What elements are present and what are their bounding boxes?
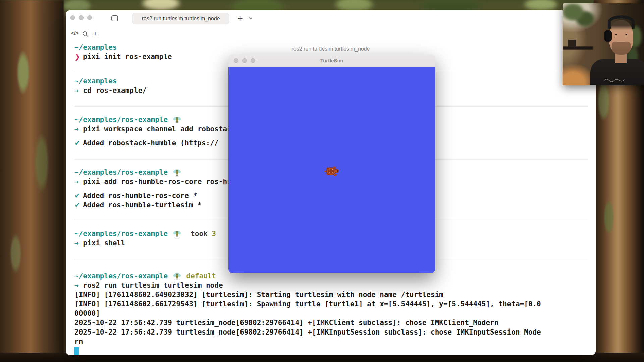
plant-decor <box>563 3 597 32</box>
seg-out <box>182 271 186 281</box>
seg-path: ~/examples/ros-example <box>74 271 172 281</box>
fly-emoji <box>173 230 181 237</box>
turtlesim-canvas <box>228 67 435 273</box>
code-blocks-icon[interactable]: </> <box>71 30 78 37</box>
seg-path: ~/examples/ros-example <box>74 115 172 124</box>
turtlesim-titlebar[interactable]: TurtleSim <box>228 54 435 67</box>
minimize-button[interactable] <box>242 58 247 63</box>
webcam-overlay <box>563 3 644 85</box>
seg-log: 2025-10-22 17:56:42.739 turtlesim_node[6… <box>74 318 498 327</box>
seg-pp: ❯ <box>74 52 83 61</box>
shirt-graphic <box>602 76 626 84</box>
seg-cmd: pixi init ros-example <box>83 52 172 61</box>
turtlesim-window: TurtleSim <box>228 54 435 273</box>
turtle-sprite <box>324 165 340 178</box>
seg-env: default <box>186 271 216 281</box>
terminal-line: 00000] <box>74 309 588 318</box>
seg-out: Added ros-humble-turtlesim * <box>83 200 202 210</box>
terminal-block: ~/examples/ros-example default→ ros2 run… <box>74 260 588 355</box>
plus-icon: + <box>237 13 243 24</box>
fly-emoji <box>173 169 181 176</box>
zoom-button[interactable] <box>87 15 92 20</box>
headphones-cup <box>604 30 612 42</box>
terminal-line: [INFO] [1761148602.661729543] [turtlesim… <box>74 299 588 309</box>
seg-log: [INFO] [1761148602.649023032] [turtlesim… <box>74 290 443 299</box>
seg-num: 3 <box>212 229 216 238</box>
pot-decor <box>568 40 576 47</box>
terminal-line: [INFO] [1761148602.649023032] [turtlesim… <box>74 290 588 299</box>
zoom-button[interactable] <box>251 58 255 63</box>
redwood-trunk-left <box>0 0 64 362</box>
new-tab-button[interactable]: + <box>235 14 245 23</box>
terminal-toolbar: </> ± ros2 run turtlesim turtlesim_node <box>66 26 596 42</box>
close-button[interactable] <box>70 15 75 20</box>
seg-path: ~/examples <box>74 43 117 52</box>
seg-path: ~/examples/ros-example <box>74 229 172 238</box>
search-icon[interactable] <box>82 31 89 37</box>
seg-cmd: cd ros-example/ <box>83 86 147 95</box>
shelf-decor <box>563 46 593 50</box>
terminal-cursor <box>74 347 79 355</box>
terminal-tab[interactable]: ros2 run turtlesim turtlesim_node <box>132 13 229 24</box>
terminal-tab-label: ros2 run turtlesim turtlesim_node <box>142 16 220 22</box>
seg-pt: → <box>74 86 83 95</box>
presenter-person <box>595 13 644 85</box>
seg-out <box>182 229 191 238</box>
seg-out: Added robostack-humble (https:// <box>83 138 219 148</box>
minimize-button[interactable] <box>79 15 84 20</box>
seg-pt: → <box>74 124 83 134</box>
sidebar-toggle-icon[interactable] <box>111 14 119 22</box>
terminal-tabbar: ros2 run turtlesim turtlesim_node + <box>66 10 596 26</box>
presenter-eyes <box>614 34 629 36</box>
seg-pt: → <box>74 238 83 248</box>
seg-out: Added ros-humble-ros-core * <box>83 191 197 200</box>
terminal-line: 2025-10-22 17:56:42.739 turtlesim_node[6… <box>74 327 588 337</box>
turtlesim-window-title: TurtleSim <box>320 58 343 63</box>
seg-pt: → <box>74 177 83 186</box>
seg-check: ✔ <box>74 200 83 210</box>
seg-log: [INFO] [1761148602.661729543] [turtlesim… <box>74 299 541 309</box>
terminal-line: → ros2 run turtlesim turtlesim_node <box>74 281 588 290</box>
seg-pt: → <box>74 281 83 290</box>
seg-check: ✔ <box>74 191 83 200</box>
terminal-line <box>74 346 588 355</box>
presenter-beard <box>612 42 631 55</box>
seg-check: ✔ <box>74 138 83 148</box>
seg-log: rn <box>74 337 83 346</box>
seg-path: ~/examples/ros-example <box>74 168 172 177</box>
terminal-line: rn <box>74 337 588 346</box>
fly-emoji <box>173 272 181 280</box>
terminal-line: ~/examples <box>74 43 588 52</box>
seg-cmd: ros2 run turtlesim turtlesim_node <box>83 281 223 290</box>
seg-log: 00000] <box>74 309 100 318</box>
seg-path: ~/examples <box>74 76 117 86</box>
seg-log: 2025-10-22 17:56:42.739 turtlesim_node[6… <box>74 327 541 337</box>
headphones-band <box>608 15 635 29</box>
seg-took: took <box>191 229 212 238</box>
plus-minus-icon[interactable]: ± <box>93 30 97 38</box>
chevron-down-icon[interactable] <box>248 16 253 21</box>
fly-emoji <box>173 116 181 123</box>
seg-cmd: pixi shell <box>83 238 125 248</box>
terminal-line: 2025-10-22 17:56:42.739 turtlesim_node[6… <box>74 318 588 327</box>
close-button[interactable] <box>234 58 238 63</box>
